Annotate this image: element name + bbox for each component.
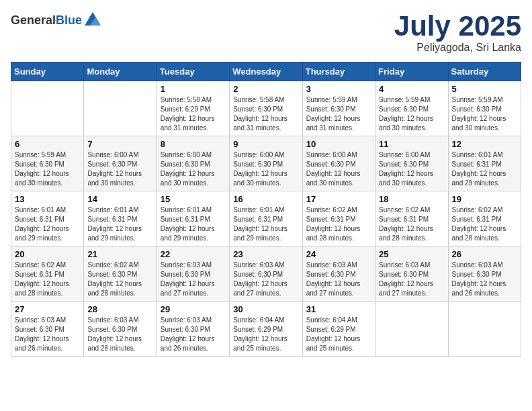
- location-title: Peliyagoda, Sri Lanka: [394, 42, 521, 54]
- day-number: 9: [233, 139, 298, 149]
- day-info: Sunrise: 6:00 AM Sunset: 6:30 PM Dayligh…: [306, 150, 371, 188]
- day-cell: [84, 81, 157, 136]
- day-cell: 4Sunrise: 5:59 AM Sunset: 6:30 PM Daylig…: [375, 81, 448, 136]
- week-row-2: 6Sunrise: 5:59 AM Sunset: 6:30 PM Daylig…: [11, 136, 521, 191]
- day-number: 23: [233, 249, 298, 259]
- day-number: 3: [306, 84, 371, 94]
- day-number: 11: [379, 139, 444, 149]
- week-row-4: 20Sunrise: 6:02 AM Sunset: 6:31 PM Dayli…: [11, 246, 521, 302]
- weekday-header-wednesday: Wednesday: [230, 62, 302, 81]
- day-cell: 12Sunrise: 6:01 AM Sunset: 6:31 PM Dayli…: [448, 136, 521, 191]
- day-cell: 8Sunrise: 6:00 AM Sunset: 6:30 PM Daylig…: [157, 136, 229, 191]
- day-number: 27: [15, 304, 80, 314]
- day-cell: 19Sunrise: 6:02 AM Sunset: 6:31 PM Dayli…: [448, 191, 521, 246]
- day-cell: [11, 81, 84, 136]
- day-number: 4: [379, 84, 444, 94]
- day-cell: 24Sunrise: 6:03 AM Sunset: 6:30 PM Dayli…: [302, 246, 375, 302]
- day-cell: 18Sunrise: 6:02 AM Sunset: 6:31 PM Dayli…: [375, 191, 448, 246]
- day-info: Sunrise: 6:02 AM Sunset: 6:31 PM Dayligh…: [15, 261, 80, 298]
- day-cell: 26Sunrise: 6:03 AM Sunset: 6:30 PM Dayli…: [448, 246, 521, 302]
- day-number: 10: [306, 139, 371, 149]
- day-info: Sunrise: 5:58 AM Sunset: 6:29 PM Dayligh…: [161, 95, 226, 133]
- day-info: Sunrise: 6:01 AM Sunset: 6:31 PM Dayligh…: [161, 205, 226, 243]
- day-info: Sunrise: 6:02 AM Sunset: 6:31 PM Dayligh…: [452, 205, 517, 243]
- day-number: 5: [452, 84, 517, 94]
- day-cell: 11Sunrise: 6:00 AM Sunset: 6:30 PM Dayli…: [375, 136, 448, 191]
- day-number: 20: [15, 249, 80, 259]
- day-info: Sunrise: 6:03 AM Sunset: 6:30 PM Dayligh…: [161, 316, 226, 353]
- weekday-header-sunday: Sunday: [11, 62, 84, 81]
- day-cell: 27Sunrise: 6:03 AM Sunset: 6:30 PM Dayli…: [11, 302, 84, 357]
- day-number: 29: [161, 304, 226, 314]
- day-number: 13: [15, 194, 80, 204]
- day-info: Sunrise: 6:00 AM Sunset: 6:30 PM Dayligh…: [233, 150, 298, 188]
- day-cell: 17Sunrise: 6:02 AM Sunset: 6:31 PM Dayli…: [302, 191, 375, 246]
- day-number: 6: [15, 139, 80, 149]
- day-cell: 30Sunrise: 6:04 AM Sunset: 6:29 PM Dayli…: [230, 302, 302, 357]
- day-info: Sunrise: 6:03 AM Sunset: 6:30 PM Dayligh…: [379, 261, 444, 298]
- day-cell: 14Sunrise: 6:01 AM Sunset: 6:31 PM Dayli…: [84, 191, 157, 246]
- day-number: 1: [161, 84, 226, 94]
- week-row-1: 1Sunrise: 5:58 AM Sunset: 6:29 PM Daylig…: [11, 81, 521, 136]
- logo-icon: [83, 11, 102, 30]
- day-cell: 25Sunrise: 6:03 AM Sunset: 6:30 PM Dayli…: [375, 246, 448, 302]
- day-info: Sunrise: 5:59 AM Sunset: 6:30 PM Dayligh…: [15, 150, 80, 188]
- day-info: Sunrise: 6:00 AM Sunset: 6:30 PM Dayligh…: [379, 150, 444, 188]
- month-title: July 2025: [394, 11, 521, 42]
- day-info: Sunrise: 6:02 AM Sunset: 6:31 PM Dayligh…: [306, 205, 371, 243]
- day-info: Sunrise: 6:01 AM Sunset: 6:31 PM Dayligh…: [452, 150, 517, 188]
- weekday-header-monday: Monday: [84, 62, 157, 81]
- day-number: 15: [161, 194, 226, 204]
- weekday-header-friday: Friday: [375, 62, 448, 81]
- day-number: 21: [87, 249, 152, 259]
- day-cell: 9Sunrise: 6:00 AM Sunset: 6:30 PM Daylig…: [230, 136, 302, 191]
- weekday-header-thursday: Thursday: [302, 62, 375, 81]
- weekday-header-row: SundayMondayTuesdayWednesdayThursdayFrid…: [11, 62, 521, 81]
- week-row-3: 13Sunrise: 6:01 AM Sunset: 6:31 PM Dayli…: [11, 191, 521, 246]
- day-info: Sunrise: 6:03 AM Sunset: 6:30 PM Dayligh…: [15, 316, 80, 353]
- day-info: Sunrise: 6:03 AM Sunset: 6:30 PM Dayligh…: [452, 261, 517, 298]
- day-number: 7: [87, 139, 152, 149]
- day-info: Sunrise: 6:02 AM Sunset: 6:31 PM Dayligh…: [379, 205, 444, 243]
- day-number: 16: [233, 194, 298, 204]
- day-number: 18: [379, 194, 444, 204]
- day-info: Sunrise: 6:03 AM Sunset: 6:30 PM Dayligh…: [233, 261, 298, 298]
- day-cell: 15Sunrise: 6:01 AM Sunset: 6:31 PM Dayli…: [157, 191, 229, 246]
- day-number: 19: [452, 194, 517, 204]
- day-info: Sunrise: 5:59 AM Sunset: 6:30 PM Dayligh…: [379, 95, 444, 133]
- day-number: 2: [233, 84, 298, 94]
- day-number: 30: [233, 304, 298, 314]
- day-cell: 28Sunrise: 6:03 AM Sunset: 6:30 PM Dayli…: [84, 302, 157, 357]
- day-cell: 13Sunrise: 6:01 AM Sunset: 6:31 PM Dayli…: [11, 191, 84, 246]
- weekday-header-saturday: Saturday: [448, 62, 521, 81]
- title-area: July 2025 Peliyagoda, Sri Lanka: [394, 11, 521, 54]
- logo-text: GeneralBlue: [11, 13, 82, 28]
- day-number: 24: [306, 249, 371, 259]
- day-info: Sunrise: 6:02 AM Sunset: 6:30 PM Dayligh…: [87, 261, 152, 298]
- logo: GeneralBlue: [11, 11, 102, 30]
- day-number: 12: [452, 139, 517, 149]
- day-info: Sunrise: 6:04 AM Sunset: 6:29 PM Dayligh…: [306, 316, 371, 353]
- day-info: Sunrise: 5:58 AM Sunset: 6:30 PM Dayligh…: [233, 95, 298, 133]
- day-number: 8: [161, 139, 226, 149]
- day-info: Sunrise: 5:59 AM Sunset: 6:30 PM Dayligh…: [306, 95, 371, 133]
- week-row-5: 27Sunrise: 6:03 AM Sunset: 6:30 PM Dayli…: [11, 302, 521, 357]
- page-header: GeneralBlue July 2025 Peliyagoda, Sri La…: [11, 11, 521, 54]
- day-cell: 16Sunrise: 6:01 AM Sunset: 6:31 PM Dayli…: [230, 191, 302, 246]
- day-cell: [448, 302, 521, 357]
- day-cell: 22Sunrise: 6:03 AM Sunset: 6:30 PM Dayli…: [157, 246, 229, 302]
- day-info: Sunrise: 6:01 AM Sunset: 6:31 PM Dayligh…: [233, 205, 298, 243]
- day-info: Sunrise: 6:00 AM Sunset: 6:30 PM Dayligh…: [161, 150, 226, 188]
- day-number: 17: [306, 194, 371, 204]
- calendar-table: SundayMondayTuesdayWednesdayThursdayFrid…: [11, 62, 521, 357]
- day-cell: 21Sunrise: 6:02 AM Sunset: 6:30 PM Dayli…: [84, 246, 157, 302]
- day-number: 26: [452, 249, 517, 259]
- day-number: 31: [306, 304, 371, 314]
- day-info: Sunrise: 6:04 AM Sunset: 6:29 PM Dayligh…: [233, 316, 298, 353]
- day-info: Sunrise: 6:01 AM Sunset: 6:31 PM Dayligh…: [87, 205, 152, 243]
- day-info: Sunrise: 6:03 AM Sunset: 6:30 PM Dayligh…: [87, 316, 152, 353]
- day-cell: 6Sunrise: 5:59 AM Sunset: 6:30 PM Daylig…: [11, 136, 84, 191]
- day-cell: 10Sunrise: 6:00 AM Sunset: 6:30 PM Dayli…: [302, 136, 375, 191]
- day-info: Sunrise: 6:00 AM Sunset: 6:30 PM Dayligh…: [87, 150, 152, 188]
- day-cell: 1Sunrise: 5:58 AM Sunset: 6:29 PM Daylig…: [157, 81, 229, 136]
